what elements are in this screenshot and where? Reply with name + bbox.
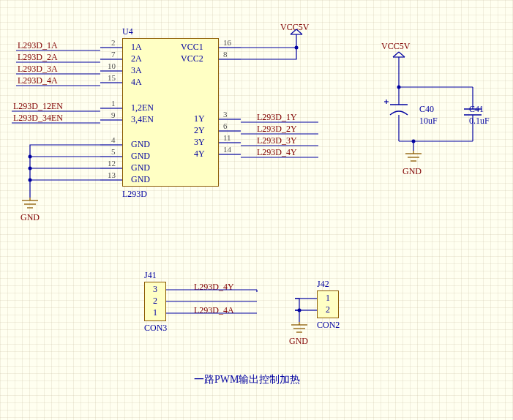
svg-point-53 [29,167,32,170]
svg-line-31 [399,52,405,57]
svg-point-54 [29,179,32,182]
svg-point-57 [412,140,416,143]
svg-line-27 [291,29,296,34]
svg-line-28 [296,29,302,34]
svg-point-52 [29,155,32,159]
svg-point-55 [295,46,299,50]
svg-line-30 [393,52,399,57]
svg-point-56 [397,86,401,89]
svg-point-58 [298,309,302,312]
schematic-wires [0,0,513,420]
